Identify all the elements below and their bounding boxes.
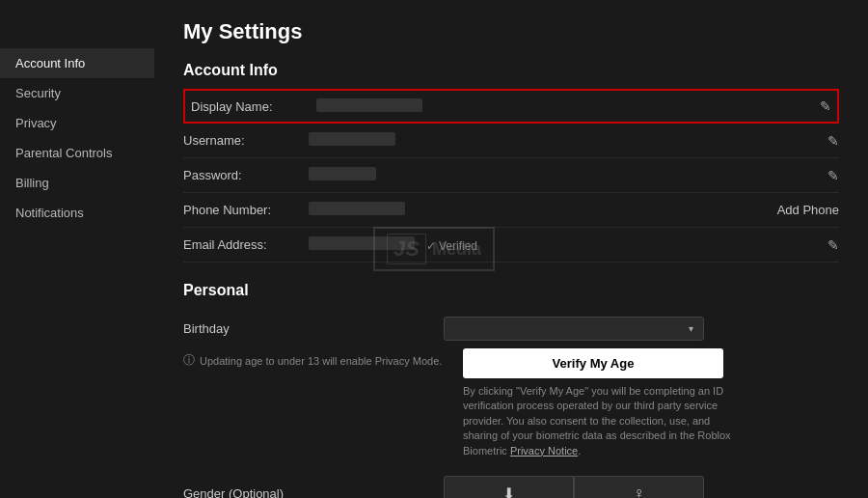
female-icon: ♀ [634, 484, 645, 498]
display-name-label: Display Name: [191, 99, 316, 114]
verify-description: By clicking "Verify My Age" you will be … [463, 384, 733, 458]
account-info-title: Account Info [183, 62, 839, 79]
display-name-redacted [316, 98, 422, 112]
username-value [309, 132, 827, 149]
gender-label: Gender (Optional) [183, 486, 444, 498]
phone-number-label: Phone Number: [183, 203, 309, 217]
username-label: Username: [183, 133, 309, 148]
sidebar-item-notifications[interactable]: Notifications [0, 198, 154, 228]
phone-number-row: Phone Number: Add Phone [183, 193, 839, 228]
sidebar-item-account-info[interactable]: Account Info [0, 48, 154, 78]
phone-number-redacted [309, 202, 405, 215]
email-label: Email Address: [183, 237, 309, 252]
email-edit-icon[interactable]: ✎ [827, 237, 839, 253]
main-content: My Settings Account Info Display Name: ✎… [154, 0, 868, 498]
password-edit-icon[interactable]: ✎ [827, 168, 839, 183]
info-icon: ⓘ [183, 352, 195, 369]
password-label: Password: [183, 168, 309, 182]
birthday-label: Birthday [183, 321, 444, 336]
gender-male-button[interactable]: ⬇ [444, 476, 574, 498]
birthday-row: Birthday ▾ [183, 309, 839, 348]
username-edit-icon[interactable]: ✎ [827, 133, 839, 149]
sidebar-item-security[interactable]: Security [0, 78, 154, 108]
phone-number-value [309, 202, 768, 218]
password-value [309, 167, 827, 183]
check-icon: ✓ [426, 239, 436, 253]
sidebar: Account Info Security Privacy Parental C… [0, 0, 154, 498]
email-value: ✓ Verified [309, 236, 827, 253]
email-address-row: Email Address: ✓ Verified ✎ [183, 228, 839, 263]
verify-age-button[interactable]: Verify My Age [463, 348, 723, 378]
male-icon: ⬇ [502, 484, 515, 498]
display-name-edit-icon[interactable]: ✎ [820, 98, 831, 114]
account-info-section: Account Info Display Name: ✎ Username: ✎… [183, 62, 839, 263]
add-phone-button[interactable]: Add Phone [777, 203, 839, 217]
email-redacted [309, 236, 415, 250]
display-name-value [316, 98, 820, 115]
privacy-notice-link[interactable]: Privacy Notice [510, 445, 578, 456]
gender-buttons: ⬇ ♀ [444, 476, 704, 498]
birthday-note: ⓘ Updating age to under 13 will enable P… [183, 348, 444, 376]
page-title: My Settings [183, 19, 839, 44]
personal-title: Personal [183, 282, 839, 299]
verified-badge: ✓ Verified [426, 239, 477, 253]
gender-row: Gender (Optional) ⬇ ♀ [183, 468, 839, 498]
personal-section: Personal Birthday ▾ ⓘ Updating age to un… [183, 282, 839, 498]
display-name-row: Display Name: ✎ [183, 89, 839, 124]
sidebar-item-billing[interactable]: Billing [0, 168, 154, 198]
password-row: Password: ✎ [183, 158, 839, 193]
password-redacted [309, 167, 376, 180]
username-row: Username: ✎ [183, 124, 839, 158]
birthday-chevron-icon: ▾ [689, 323, 693, 334]
sidebar-item-parental-controls[interactable]: Parental Controls [0, 138, 154, 168]
sidebar-item-privacy[interactable]: Privacy [0, 108, 154, 138]
birthday-select[interactable]: ▾ [444, 317, 704, 341]
gender-female-button[interactable]: ♀ [574, 476, 704, 498]
username-redacted [309, 132, 395, 146]
